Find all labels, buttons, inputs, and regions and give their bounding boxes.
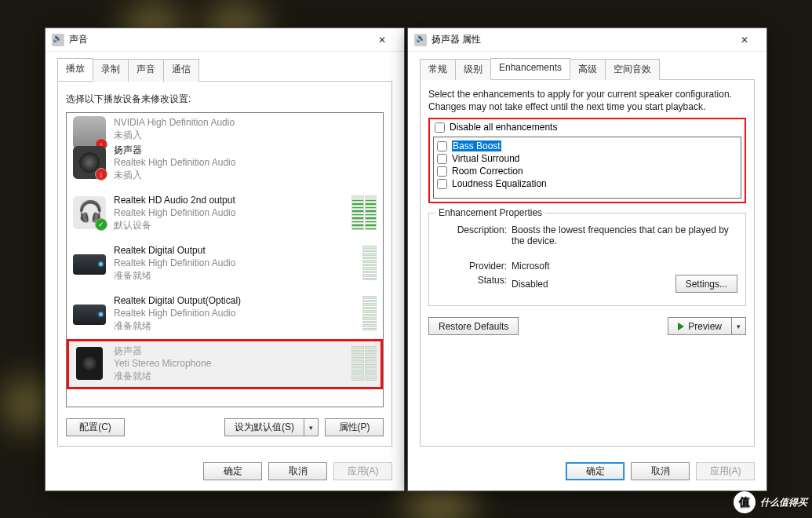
enh-label: Virtual Surround [452, 153, 520, 164]
device-list[interactable]: NVIDIA High Definition Audio 未插入 扬声器 Rea… [66, 112, 384, 407]
provider-value: Microsoft [512, 261, 737, 272]
device-item-selected[interactable]: 扬声器 Yeti Stereo Microphone 准备就绪 [67, 339, 383, 389]
ok-button[interactable]: 确定 [566, 462, 624, 480]
window-title: 扬声器 属性 [431, 33, 481, 46]
enh-label: Bass Boost [452, 140, 501, 151]
enh-loudness-eq[interactable]: Loudness Equalization [437, 177, 737, 190]
apply-button[interactable]: 应用(A) [333, 462, 392, 480]
watermark: 值 什么值得买 [734, 491, 807, 513]
play-icon [678, 323, 684, 330]
instruction-text: 选择以下播放设备来修改设置: [66, 93, 384, 106]
checkbox[interactable] [437, 166, 447, 177]
device-name: Realtek Digital Output [114, 244, 355, 257]
device-item[interactable]: Realtek Digital Output Realtek High Defi… [67, 239, 383, 289]
device-sub: Realtek High Definition Audio [114, 257, 355, 269]
tab-comm[interactable]: 通信 [163, 59, 199, 82]
watermark-badge-icon: 值 [734, 491, 756, 513]
enhancement-list[interactable]: Bass Boost Virtual Surround Room Correct… [433, 137, 741, 199]
description-text: Select the enhancements to apply for you… [428, 88, 746, 113]
preview-main[interactable]: Preview [668, 317, 732, 335]
set-default-main[interactable]: 设为默认值(S) [224, 418, 304, 436]
titlebar[interactable]: 扬声器 属性 ✕ [408, 28, 766, 52]
device-status: 默认设备 [114, 219, 344, 232]
tab-levels[interactable]: 级别 [455, 59, 491, 80]
tab-sounds[interactable]: 声音 [128, 59, 164, 82]
speaker-title-icon [414, 34, 427, 46]
properties-button[interactable]: 属性(P) [325, 418, 384, 436]
enh-label: Loudness Equalization [452, 178, 547, 189]
playback-panel: 选择以下播放设备来修改设置: NVIDIA High Definition Au… [57, 82, 392, 447]
status-key: Status: [437, 275, 512, 293]
device-status: 准备就绪 [114, 370, 344, 382]
disable-all-checkbox[interactable]: Disable all enhancements [433, 121, 741, 133]
checkbox[interactable] [437, 179, 447, 189]
device-sub: Yeti Stereo Microphone [114, 357, 344, 370]
device-item[interactable]: Realtek HD Audio 2nd output Realtek High… [67, 188, 383, 239]
speaker-icon [73, 146, 106, 179]
dialog-buttons: 确定 取消 应用(A) [46, 454, 404, 491]
tab-advanced[interactable]: 高级 [570, 59, 606, 80]
device-item[interactable]: Realtek Digital Output(Optical) Realtek … [67, 289, 383, 339]
preview-button[interactable]: Preview [668, 317, 746, 335]
device-item[interactable]: 扬声器 Realtek High Definition Audio 未插入 [67, 138, 383, 188]
apply-button[interactable]: 应用(A) [696, 462, 755, 480]
disable-all-label: Disable all enhancements [450, 122, 557, 133]
titlebar[interactable]: 声音 ✕ [46, 28, 404, 52]
tab-bar: 播放 录制 声音 通信 [57, 58, 392, 82]
device-sub: Realtek High Definition Audio [114, 307, 355, 319]
status-value: Disabled [512, 279, 548, 290]
device-status: 准备就绪 [114, 319, 355, 332]
desc-key: Description: [437, 224, 512, 246]
close-button[interactable]: ✕ [729, 29, 760, 51]
close-button[interactable]: ✕ [366, 29, 398, 51]
sound-window: 声音 ✕ 播放 录制 声音 通信 选择以下播放设备来修改设置: NVIDIA H… [45, 27, 405, 491]
tab-enhancements[interactable]: Enhancements [490, 58, 570, 79]
set-default-dropdown[interactable] [304, 418, 319, 436]
tab-playback[interactable]: 播放 [57, 58, 93, 81]
headphones-icon [73, 196, 106, 229]
window-title: 声音 [69, 33, 88, 46]
device-status: 准备就绪 [114, 269, 355, 282]
device-name: 扬声器 [114, 144, 377, 156]
tab-bar: 常规 级别 Enhancements 高级 空间音效 [420, 58, 755, 80]
enh-label: Room Correction [452, 166, 523, 177]
group-title: Enhancement Properties [435, 207, 545, 218]
sound-icon [52, 34, 64, 46]
speaker-properties-window: 扬声器 属性 ✕ 常规 级别 Enhancements 高级 空间音效 Sele… [407, 27, 767, 491]
device-sub: Realtek High Definition Audio [114, 156, 377, 169]
yeti-icon [73, 347, 106, 380]
device-sub: Realtek High Definition Audio [114, 206, 344, 219]
provider-key: Provider: [437, 261, 512, 272]
set-default-button[interactable]: 设为默认值(S) [224, 418, 319, 436]
device-item[interactable]: NVIDIA High Definition Audio 未插入 [67, 113, 383, 138]
level-meter-icon [362, 246, 377, 280]
level-meter-icon [351, 195, 377, 230]
dialog-buttons: 确定 取消 应用(A) [408, 454, 766, 491]
configure-button[interactable]: 配置(C) [66, 418, 125, 436]
tab-general[interactable]: 常规 [420, 59, 456, 80]
disable-all-input[interactable] [435, 122, 445, 133]
highlighted-region: Disable all enhancements Bass Boost Virt… [428, 118, 746, 203]
enhancements-panel: Select the enhancements to apply for you… [420, 80, 755, 447]
checkbox[interactable] [437, 141, 447, 151]
preview-dropdown[interactable] [732, 317, 746, 335]
tab-recording[interactable]: 录制 [93, 59, 129, 82]
device-name: Realtek Digital Output(Optical) [114, 294, 355, 307]
checkbox[interactable] [437, 154, 447, 164]
enh-bass-boost[interactable]: Bass Boost [437, 140, 737, 152]
device-sub: NVIDIA High Definition Audio [114, 116, 377, 129]
av-receiver-icon [73, 297, 106, 330]
restore-defaults-button[interactable]: Restore Defaults [428, 317, 519, 335]
level-meter-icon [351, 346, 377, 381]
ok-button[interactable]: 确定 [203, 462, 262, 480]
device-name: Realtek HD Audio 2nd output [114, 194, 344, 206]
av-receiver-icon [73, 246, 106, 279]
enh-room-correction[interactable]: Room Correction [437, 165, 737, 177]
enh-virtual-surround[interactable]: Virtual Surround [437, 152, 737, 165]
settings-button[interactable]: Settings... [675, 275, 737, 293]
device-status: 未插入 [114, 169, 377, 181]
cancel-button[interactable]: 取消 [631, 462, 690, 480]
tab-spatial[interactable]: 空间音效 [605, 59, 660, 80]
enhancement-properties-group: Enhancement Properties Description:Boost… [428, 213, 746, 306]
cancel-button[interactable]: 取消 [268, 462, 327, 480]
